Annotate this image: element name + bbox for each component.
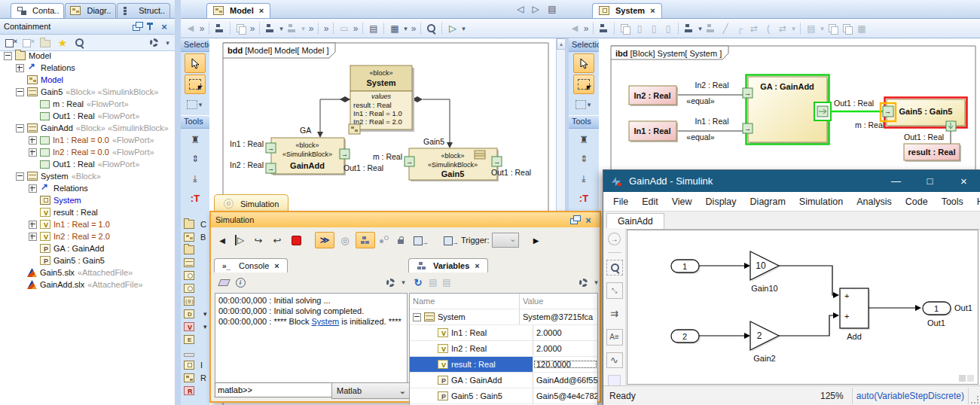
close-icon[interactable] xyxy=(582,214,595,226)
gain5-port-m[interactable]: → xyxy=(405,157,414,166)
containment-icon[interactable] xyxy=(597,23,611,35)
prev-diagram-icon[interactable] xyxy=(514,3,527,15)
menu-item[interactable]: View xyxy=(665,194,699,209)
window-add-icon[interactable] xyxy=(826,23,840,35)
curve-icon[interactable] xyxy=(762,23,775,35)
part-result[interactable]: result : Real xyxy=(904,144,961,162)
palette-item[interactable]: C ▾ xyxy=(181,218,209,230)
add-block[interactable]: + + Add xyxy=(840,288,870,341)
align-distribute-tool[interactable]: ⤓ xyxy=(185,169,205,187)
variables-row[interactable]: System System@37215fca xyxy=(410,309,597,325)
expander-icon[interactable] xyxy=(29,184,37,193)
oblique-icon[interactable] xyxy=(747,23,761,35)
caret-down-icon[interactable] xyxy=(400,276,407,288)
multi-select-tool[interactable] xyxy=(185,96,205,114)
tree-item[interactable]: Relations xyxy=(0,182,174,194)
delete-view-icon[interactable] xyxy=(661,23,675,35)
marquee-tool[interactable]: ◤ xyxy=(185,75,206,94)
palette-item[interactable]: ▾ xyxy=(181,307,209,320)
language-select[interactable]: Matlab xyxy=(331,382,411,399)
palette-item[interactable]: R ▾ xyxy=(181,371,209,384)
gainadd-port-in1[interactable]: → xyxy=(266,143,276,153)
edge-label-ga[interactable]: GA xyxy=(300,126,311,135)
float-window-icon[interactable] xyxy=(568,214,582,226)
line-style-icon[interactable] xyxy=(719,23,732,35)
ga-part-block[interactable]: GA : GainAdd → → xyxy=(743,75,831,145)
tab-gainadd[interactable]: GainAdd xyxy=(606,213,664,229)
favorites-star-icon[interactable] xyxy=(56,37,69,49)
resize-icon[interactable] xyxy=(337,23,351,35)
tree-item[interactable]: System «Block» xyxy=(0,170,174,182)
variables-row[interactable]: GA : GainAdd GainAdd@66f55b65 xyxy=(410,373,597,388)
open-diagram-icon[interactable] xyxy=(38,37,52,49)
expander-icon[interactable] xyxy=(29,136,37,145)
menu-item[interactable]: Display xyxy=(699,194,743,209)
caret-down-icon[interactable] xyxy=(460,23,467,35)
tab-containment[interactable]: Conta.. xyxy=(11,3,64,18)
pointer-tool[interactable] xyxy=(185,53,206,73)
variable-value[interactable]: Gain5@4e4c782b xyxy=(533,391,597,400)
gain2-block[interactable]: 2 Gain2 xyxy=(750,321,780,363)
link-mode-icon[interactable] xyxy=(21,37,35,49)
refresh-off-icon[interactable] xyxy=(855,23,869,35)
copy-icon[interactable] xyxy=(234,23,248,35)
system-diagram-badge-icon[interactable] xyxy=(349,124,360,134)
status-solver[interactable]: auto(VariableStepDiscrete) xyxy=(856,391,964,401)
tab-variables[interactable]: Variables xyxy=(408,258,488,273)
palette-item[interactable]: ▾ xyxy=(181,282,209,294)
expander-icon[interactable] xyxy=(29,148,37,157)
menu-item[interactable]: Code xyxy=(899,194,935,209)
ga-port-out[interactable] xyxy=(814,102,831,120)
multi-select-tool[interactable] xyxy=(574,96,594,114)
variables-row[interactable]: result : Real 120.0000 xyxy=(410,357,597,373)
overflow-icon[interactable] xyxy=(582,23,590,35)
simulink-titlebar[interactable]: GainAdd - Simulink — □ × xyxy=(603,170,980,192)
paste-icon[interactable] xyxy=(633,23,646,35)
caret-down-icon[interactable] xyxy=(164,37,171,49)
close-tab-icon[interactable] xyxy=(475,261,479,270)
ga-port-in1[interactable]: → xyxy=(743,123,753,133)
palette-item[interactable]: B ▾ xyxy=(181,230,209,243)
menu-item[interactable]: Simulation xyxy=(792,194,850,209)
stamp-tool[interactable]: ♜ xyxy=(574,130,594,148)
tree-item[interactable]: m : Real «FlowPort» xyxy=(0,98,174,110)
tree-item[interactable]: Out1 : Real «FlowPort» xyxy=(0,158,174,170)
overflow-icon[interactable] xyxy=(307,23,315,35)
gainadd-block[interactable]: «block» «SimulinkBlock» GainAdd → → → xyxy=(230,138,383,175)
expander-icon[interactable] xyxy=(16,64,24,72)
expander-icon[interactable] xyxy=(16,88,24,96)
console-output[interactable]: 00:00:00,000 : Initial solving ...00:00:… xyxy=(215,293,408,383)
tree-item[interactable]: In2 : Real = 2.0 xyxy=(0,230,174,242)
hierarchy-icon[interactable] xyxy=(264,23,277,35)
system-block[interactable]: «block» System values result : Real In1 … xyxy=(349,65,414,134)
copy-icon[interactable] xyxy=(618,23,632,35)
edge-label-gain5[interactable]: Gain5 xyxy=(423,137,444,146)
console-toggle-icon[interactable] xyxy=(315,232,334,248)
variables-toggle-icon[interactable] xyxy=(356,232,375,248)
caret-down-icon[interactable] xyxy=(697,23,704,35)
menu-item[interactable]: Tools xyxy=(935,194,970,209)
palette-item[interactable]: ▾ xyxy=(181,243,209,256)
rectilinear-icon[interactable] xyxy=(733,23,746,35)
close-tab-icon[interactable] xyxy=(259,6,264,15)
next-diagram-icon[interactable] xyxy=(529,3,542,15)
variables-row[interactable]: In1 : Real 2.0000 xyxy=(410,325,597,341)
palette-item[interactable]: ▾ xyxy=(181,320,209,333)
close-button[interactable]: × xyxy=(947,170,980,192)
menu-item[interactable]: Diagram xyxy=(743,194,792,209)
maximize-button[interactable]: □ xyxy=(913,170,947,192)
caret-down-icon[interactable] xyxy=(819,23,826,35)
export-icon[interactable] xyxy=(441,276,452,288)
tree-item[interactable]: Model xyxy=(0,50,174,62)
tab-system-diagram[interactable]: System xyxy=(592,3,662,18)
inport2-block[interactable]: 2 xyxy=(671,330,701,344)
tree-item[interactable]: GA : GainAdd xyxy=(0,242,174,254)
pointer-tool[interactable] xyxy=(573,53,594,73)
palette-item[interactable]: ▾ xyxy=(181,294,209,307)
close-tab-icon[interactable] xyxy=(274,261,279,270)
gain5-port-out[interactable]: → xyxy=(492,157,502,166)
pin-icon[interactable] xyxy=(144,20,157,32)
variable-value[interactable]: 120.0000 xyxy=(533,360,597,369)
expander-icon[interactable] xyxy=(413,313,421,321)
collapse-left-icon[interactable] xyxy=(215,234,229,246)
